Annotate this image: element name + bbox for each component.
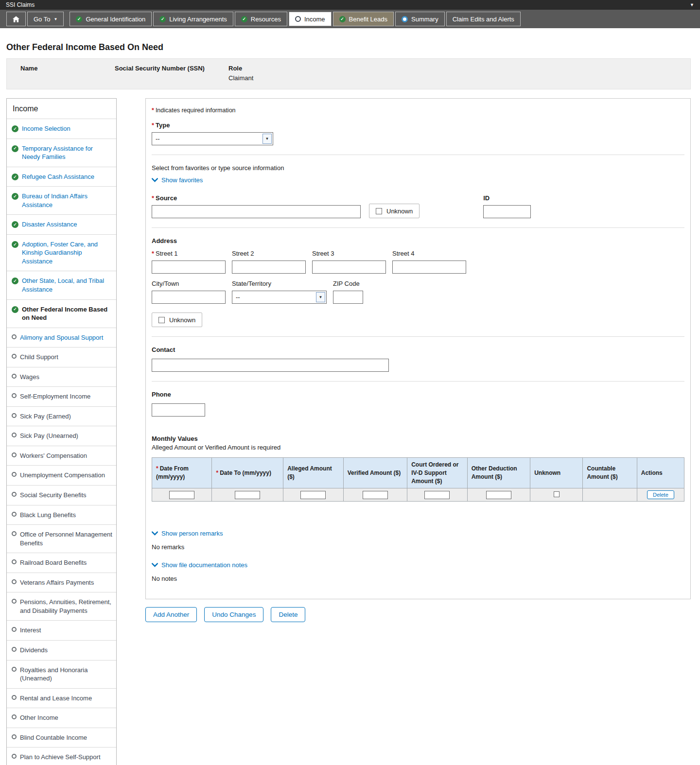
nav-tab-label: General Identification <box>86 16 145 23</box>
checkbox-icon <box>158 317 165 323</box>
sidebar-item-label: Blind Countable Income <box>20 733 87 742</box>
address-unknown-label: Unknown <box>169 316 195 324</box>
nav-tab-summary[interactable]: Summary <box>395 12 445 26</box>
nav-tab-claim-edits-and-alerts[interactable]: Claim Edits and Alerts <box>446 12 521 26</box>
street4-label: Street 4 <box>392 250 466 257</box>
sidebar-item-royalties-and-honoraria-unearned[interactable]: Royalties and Honoraria (Unearned) <box>7 660 116 688</box>
source-label: *Source <box>152 194 361 202</box>
check-circle-icon <box>12 125 18 132</box>
goto-menu-button[interactable]: Go To ▼ <box>27 12 64 26</box>
sidebar-item-rental-and-lease-income[interactable]: Rental and Lease Income <box>7 688 116 708</box>
cell-verified-amount <box>343 488 407 502</box>
sidebar-item-refugee-cash-assistance[interactable]: Refugee Cash Assistance <box>7 167 116 187</box>
add-another-button[interactable]: Add Another <box>145 607 197 622</box>
verified-amount-row-input[interactable] <box>363 491 388 499</box>
sidebar-item-plan-to-achieve-self-support[interactable]: Plan to Achieve Self-Support <box>7 747 116 765</box>
monthly-values-label: Monthly Values <box>152 435 684 442</box>
sidebar-item-dividends[interactable]: Dividends <box>7 640 116 660</box>
sidebar-item-label: Office of Personnel Management Benefits <box>20 530 112 547</box>
row-delete-button[interactable]: Delete <box>647 490 674 499</box>
sidebar-item-temporary-assistance-for-needy-families[interactable]: Temporary Assistance for Needy Families <box>7 139 116 167</box>
sidebar-item-veterans-affairs-payments[interactable]: Veterans Affairs Payments <box>7 573 116 592</box>
state-select[interactable]: -- ▼ <box>232 291 327 304</box>
zip-input[interactable] <box>333 291 363 304</box>
sidebar-item-black-lung-benefits[interactable]: Black Lung Benefits <box>7 505 116 525</box>
sidebar-item-child-support[interactable]: Child Support <box>7 347 116 367</box>
column-header-date-to-mm-yyyy: *Date To (mm/yyyy) <box>212 458 283 488</box>
state-select-value: -- <box>236 294 240 301</box>
phone-input[interactable] <box>152 403 205 417</box>
cell-actions: Delete <box>637 488 684 502</box>
show-file-notes-link[interactable]: Show file documentation notes <box>152 561 247 569</box>
other-deduction-amount-row-input[interactable] <box>486 491 511 499</box>
street2-label: Street 2 <box>232 250 306 257</box>
column-header-verified-amount: Verified Amount ($) <box>343 458 407 488</box>
id-input[interactable] <box>483 205 531 218</box>
nav-tab-living-arrangements[interactable]: Living Arrangements <box>153 12 233 26</box>
sidebar-item-other-federal-income-based-on-need[interactable]: Other Federal Income Based on Need <box>7 299 116 328</box>
sidebar-item-label: Adoption, Foster Care, and Kinship Guard… <box>22 240 112 266</box>
court-ordered-or-iv-d-support-amount-row-input[interactable] <box>424 491 450 499</box>
nav-tab-general-identification[interactable]: General Identification <box>70 12 152 26</box>
street1-input[interactable] <box>152 261 226 274</box>
type-select-value: -- <box>156 135 160 142</box>
contact-input[interactable] <box>152 359 389 372</box>
sidebar-item-sick-pay-earned[interactable]: Sick Pay (Earned) <box>7 406 116 426</box>
nav-tab-income[interactable]: Income <box>289 12 332 26</box>
check-circle-icon <box>12 241 18 248</box>
sidebar-item-label: Other State, Local, and Tribal Assistanc… <box>22 277 112 294</box>
nav-tab-benefit-leads[interactable]: Benefit Leads <box>333 12 394 26</box>
sidebar-item-blind-countable-income[interactable]: Blind Countable Income <box>7 728 116 748</box>
sidebar-item-label: Dividends <box>20 646 48 655</box>
sidebar-item-wages[interactable]: Wages <box>7 367 116 387</box>
sidebar-item-self-employment-income[interactable]: Self-Employment Income <box>7 386 116 406</box>
city-input[interactable] <box>152 291 226 304</box>
home-button[interactable] <box>6 12 26 26</box>
street2-input[interactable] <box>232 261 306 274</box>
street3-input[interactable] <box>312 261 386 274</box>
date-from-mm-yyyy-row-input[interactable] <box>169 491 194 499</box>
radio-circle-icon <box>12 695 17 700</box>
sidebar-item-label: Rental and Lease Income <box>20 694 92 703</box>
show-favorites-link[interactable]: Show favorites <box>152 176 203 184</box>
sidebar-item-interest[interactable]: Interest <box>7 620 116 640</box>
source-input[interactable] <box>152 205 361 218</box>
sidebar-item-label: Other Federal Income Based on Need <box>22 305 112 322</box>
sidebar-item-income-selection[interactable]: Income Selection <box>7 119 116 139</box>
check-circle-icon <box>241 16 247 22</box>
show-person-remarks-link[interactable]: Show person remarks <box>152 530 223 537</box>
role-value: Claimant <box>228 74 690 82</box>
city-row: City/Town State/Territory -- ▼ ZIP Code <box>152 280 684 304</box>
sidebar-item-workers-compensation[interactable]: Workers' Compensation <box>7 446 116 466</box>
dropdown-arrow-icon: ▼ <box>316 292 325 302</box>
delete-button[interactable]: Delete <box>271 607 305 622</box>
favorites-hint: Select from favorites or type source inf… <box>152 164 684 172</box>
undo-changes-button[interactable]: Undo Changes <box>204 607 263 622</box>
column-header-alleged-amount: Alleged Amount ($) <box>283 458 343 488</box>
check-circle-icon <box>12 306 18 313</box>
sidebar-item-other-state-local-and-tribal-assistance[interactable]: Other State, Local, and Tribal Assistanc… <box>7 271 116 299</box>
sidebar-item-bureau-of-indian-affairs-assistance[interactable]: Bureau of Indian Affairs Assistance <box>7 186 116 214</box>
nav-tab-resources[interactable]: Resources <box>235 12 287 26</box>
sidebar-item-pensions-annuities-retirement-and-disability-payments[interactable]: Pensions, Annuities, Retirement, and Dis… <box>7 592 116 620</box>
sidebar-item-railroad-board-benefits[interactable]: Railroad Board Benefits <box>7 553 116 573</box>
sidebar-item-social-security-benefits[interactable]: Social Security Benefits <box>7 485 116 505</box>
alleged-amount-row-input[interactable] <box>300 491 326 499</box>
unknown-row-checkbox[interactable] <box>554 491 560 497</box>
sidebar-item-disaster-assistance[interactable]: Disaster Assistance <box>7 214 116 234</box>
sidebar-item-office-of-personnel-management-benefits[interactable]: Office of Personnel Management Benefits <box>7 524 116 553</box>
sidebar-item-unemployment-compensation[interactable]: Unemployment Compensation <box>7 465 116 485</box>
source-unknown-checkbox[interactable]: Unknown <box>369 204 420 218</box>
sidebar-item-alimony-and-spousal-support[interactable]: Alimony and Spousal Support <box>7 328 116 348</box>
sidebar-title: Income <box>7 99 116 119</box>
date-to-mm-yyyy-row-input[interactable] <box>235 491 260 499</box>
sidebar-item-sick-pay-unearned[interactable]: Sick Pay (Unearned) <box>7 426 116 446</box>
street4-input[interactable] <box>392 261 466 274</box>
radio-circle-icon <box>12 559 17 564</box>
type-select[interactable]: -- ▼ <box>152 132 273 145</box>
collapse-caret-icon[interactable]: ▼ <box>690 2 694 7</box>
caret-down-icon: ▼ <box>53 17 57 21</box>
address-unknown-checkbox[interactable]: Unknown <box>152 313 202 327</box>
sidebar-item-adoption-foster-care-and-kinship-guardianship-assistance[interactable]: Adoption, Foster Care, and Kinship Guard… <box>7 234 116 271</box>
sidebar-item-other-income[interactable]: Other Income <box>7 708 116 728</box>
